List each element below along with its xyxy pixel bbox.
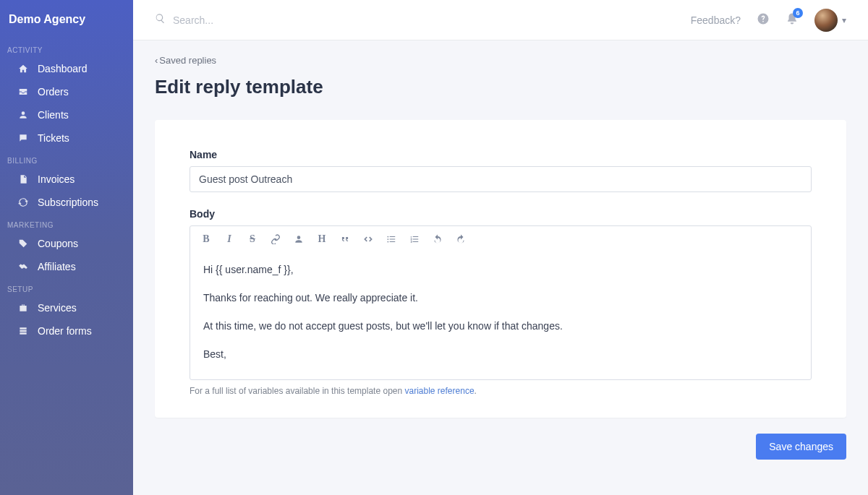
form-card: Name Body B I S H (155, 120, 846, 418)
search-wrap (155, 13, 684, 27)
svg-point-2 (387, 241, 388, 243)
svg-point-1 (387, 238, 388, 240)
body-paragraph: Thanks for reaching out. We really appre… (203, 290, 798, 306)
section-header-setup: SETUP (0, 278, 133, 296)
body-paragraph: Hi {{ user.name_f }}, (203, 262, 798, 277)
sidebar-item-tickets[interactable]: Tickets (0, 126, 133, 150)
bullet-list-button[interactable] (386, 233, 397, 245)
sidebar-item-invoices[interactable]: Invoices (0, 168, 133, 191)
redo-button[interactable] (455, 233, 467, 245)
editor-toolbar: B I S H (190, 226, 811, 252)
name-label: Name (190, 149, 812, 160)
sidebar-item-services[interactable]: Services (0, 296, 133, 319)
sidebar-item-label: Order forms (38, 325, 92, 337)
sidebar-item-label: Tickets (38, 132, 69, 144)
notification-badge: 6 (793, 8, 803, 18)
rich-text-editor: B I S H Hi {{ user.name_f }}, Thanks for… (190, 225, 812, 380)
avatar (814, 9, 838, 32)
sidebar-item-label: Affiliates (38, 261, 76, 272)
undo-button[interactable] (432, 233, 443, 245)
body-paragraph: At this time, we do not accept guest pos… (203, 319, 798, 334)
sidebar-item-dashboard[interactable]: Dashboard (0, 57, 133, 80)
main-area: Feedback? 6 ▾ ‹ Saved replies Edit reply… (133, 0, 868, 495)
sidebar-item-label: Invoices (38, 173, 75, 185)
link-button[interactable] (270, 233, 281, 245)
chat-icon (17, 132, 29, 144)
sidebar-item-label: Orders (38, 86, 69, 98)
sidebar: Demo Agency ACTIVITY Dashboard Orders Cl… (0, 0, 133, 495)
heading-button[interactable]: H (316, 233, 328, 245)
brand-name[interactable]: Demo Agency (0, 0, 133, 39)
topbar: Feedback? 6 ▾ (133, 0, 868, 40)
save-button[interactable]: Save changes (756, 434, 846, 460)
notification-icon[interactable]: 6 (786, 12, 799, 28)
page-content: ‹ Saved replies Edit reply template Name… (133, 40, 868, 481)
numbered-list-button[interactable] (409, 233, 420, 245)
quote-button[interactable] (339, 233, 351, 245)
body-paragraph: Best, (203, 347, 798, 362)
form-icon (17, 325, 29, 337)
feedback-link[interactable]: Feedback? (691, 14, 741, 26)
help-text: For a full list of variables available i… (190, 386, 812, 396)
sidebar-item-affiliates[interactable]: Affiliates (0, 255, 133, 278)
strikethrough-button[interactable]: S (247, 233, 258, 245)
user-menu[interactable]: ▾ (814, 9, 846, 32)
help-text-suffix: . (475, 386, 477, 396)
footer-actions: Save changes (155, 434, 846, 460)
home-icon (17, 63, 29, 74)
italic-button[interactable]: I (224, 233, 235, 245)
name-input[interactable] (190, 166, 812, 192)
user-mention-button[interactable] (293, 233, 305, 245)
section-header-marketing: MARKETING (0, 214, 133, 232)
user-icon (17, 109, 29, 121)
briefcase-icon (17, 302, 29, 314)
sidebar-item-label: Coupons (38, 238, 78, 249)
file-icon (17, 173, 29, 185)
sidebar-item-orders[interactable]: Orders (0, 80, 133, 103)
chevron-left-icon: ‹ (155, 55, 158, 66)
sidebar-item-clients[interactable]: Clients (0, 103, 133, 126)
sidebar-item-order-forms[interactable]: Order forms (0, 319, 133, 343)
help-icon[interactable] (757, 12, 770, 28)
code-button[interactable] (362, 233, 374, 245)
topbar-right: Feedback? 6 ▾ (691, 9, 846, 32)
page-title: Edit reply template (155, 76, 846, 98)
refresh-icon (17, 197, 29, 208)
sidebar-item-label: Services (38, 302, 77, 314)
sidebar-item-coupons[interactable]: Coupons (0, 232, 133, 255)
sidebar-item-label: Subscriptions (38, 197, 98, 208)
help-text-prefix: For a full list of variables available i… (190, 386, 405, 396)
back-link[interactable]: ‹ Saved replies (155, 55, 846, 66)
variable-reference-link[interactable]: variable reference (405, 386, 475, 396)
back-link-label: Saved replies (159, 55, 216, 66)
search-icon (155, 13, 166, 27)
section-header-activity: ACTIVITY (0, 39, 133, 57)
sidebar-item-label: Dashboard (38, 63, 88, 74)
tag-icon (17, 238, 29, 249)
svg-point-0 (387, 236, 388, 238)
editor-body[interactable]: Hi {{ user.name_f }}, Thanks for reachin… (190, 252, 811, 379)
section-header-billing: BILLING (0, 150, 133, 168)
chevron-down-icon: ▾ (842, 15, 846, 25)
sidebar-item-subscriptions[interactable]: Subscriptions (0, 191, 133, 214)
search-input[interactable] (173, 14, 390, 26)
inbox-icon (17, 86, 29, 98)
body-label: Body (190, 208, 812, 220)
sidebar-item-label: Clients (38, 109, 69, 121)
handshake-icon (17, 261, 29, 272)
bold-button[interactable]: B (200, 233, 212, 245)
